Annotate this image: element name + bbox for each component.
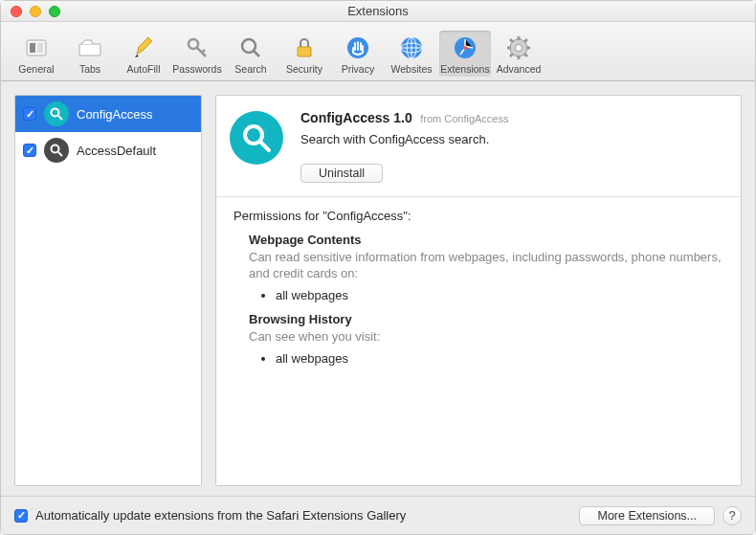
svg-rect-2 bbox=[37, 43, 43, 53]
svg-line-24 bbox=[524, 39, 527, 42]
sidebar-item-accessdefault[interactable]: AccessDefault bbox=[15, 132, 201, 168]
permission-browsing-history: Browsing History Can see when you visit:… bbox=[249, 312, 723, 366]
detail-header: ConfigAccess 1.0 from ConfigAccess Searc… bbox=[216, 96, 741, 197]
permission-webpage-contents: Webpage Contents Can read sensitive info… bbox=[249, 233, 723, 302]
permission-heading: Webpage Contents bbox=[249, 233, 723, 247]
permission-list: all webpages bbox=[276, 351, 723, 366]
permission-target: all webpages bbox=[276, 351, 723, 366]
tabs-icon bbox=[77, 34, 103, 61]
tab-general[interactable]: General bbox=[11, 31, 62, 77]
sidebar-item-label: ConfigAccess bbox=[77, 107, 152, 122]
tab-extensions[interactable]: Extensions bbox=[439, 31, 491, 77]
permission-heading: Browsing History bbox=[249, 312, 723, 326]
svg-rect-6 bbox=[298, 47, 311, 56]
permission-list: all webpages bbox=[276, 288, 723, 302]
extension-author: from ConfigAccess bbox=[420, 113, 508, 124]
preferences-toolbar: General Tabs AutoFill Passwords Search bbox=[1, 22, 755, 81]
tab-label: Advanced bbox=[497, 63, 542, 75]
tab-label: Security bbox=[286, 63, 322, 75]
tab-label: General bbox=[18, 63, 54, 75]
tab-label: Websites bbox=[391, 63, 433, 75]
auto-update-label: Automatically update extensions from the… bbox=[35, 508, 406, 523]
permissions-header: Permissions for "ConfigAccess": bbox=[233, 209, 723, 223]
tab-label: Search bbox=[234, 63, 266, 75]
pencil-icon bbox=[130, 34, 157, 61]
extension-description: Search with ConfigAccess search. bbox=[300, 132, 727, 146]
search-icon bbox=[237, 34, 264, 61]
tab-label: AutoFill bbox=[126, 63, 160, 75]
search-icon bbox=[44, 101, 69, 126]
search-icon bbox=[44, 138, 69, 163]
footer: Automatically update extensions from the… bbox=[1, 496, 755, 534]
svg-line-23 bbox=[510, 54, 513, 56]
extension-detail: ConfigAccess 1.0 from ConfigAccess Searc… bbox=[215, 95, 742, 486]
tab-websites[interactable]: Websites bbox=[386, 31, 437, 77]
svg-line-21 bbox=[510, 39, 513, 42]
tab-security[interactable]: Security bbox=[278, 31, 330, 77]
window-title: Extensions bbox=[1, 4, 755, 18]
tab-advanced[interactable]: Advanced bbox=[493, 31, 545, 77]
globe-icon bbox=[398, 34, 425, 61]
gear-icon bbox=[505, 34, 532, 61]
detail-meta: ConfigAccess 1.0 from ConfigAccess Searc… bbox=[300, 109, 727, 183]
enable-checkbox[interactable] bbox=[23, 144, 36, 157]
svg-rect-1 bbox=[30, 43, 35, 53]
svg-point-14 bbox=[463, 46, 467, 50]
svg-point-16 bbox=[516, 45, 523, 52]
content-area: ConfigAccess AccessDefault ConfigAccess … bbox=[1, 81, 755, 496]
tab-tabs[interactable]: Tabs bbox=[64, 31, 116, 77]
permissions-section: Permissions for "ConfigAccess": Webpage … bbox=[216, 197, 741, 383]
extension-title: ConfigAccess 1.0 bbox=[300, 110, 412, 125]
help-button[interactable]: ? bbox=[723, 506, 742, 525]
tab-label: Tabs bbox=[79, 63, 100, 75]
svg-point-25 bbox=[52, 109, 59, 117]
titlebar: Extensions bbox=[1, 1, 755, 22]
permission-target: all webpages bbox=[276, 288, 723, 302]
permission-description: Can read sensitive information from webp… bbox=[249, 250, 723, 282]
tab-label: Passwords bbox=[172, 63, 221, 75]
tab-privacy[interactable]: Privacy bbox=[332, 31, 384, 77]
uninstall-button[interactable]: Uninstall bbox=[300, 164, 383, 183]
svg-point-26 bbox=[52, 145, 59, 153]
extensions-list: ConfigAccess AccessDefault bbox=[14, 95, 202, 486]
svg-line-22 bbox=[524, 54, 527, 56]
more-extensions-button[interactable]: More Extensions... bbox=[579, 506, 715, 525]
tab-search[interactable]: Search bbox=[225, 31, 277, 77]
sidebar-item-label: AccessDefault bbox=[77, 144, 156, 158]
tab-passwords[interactable]: Passwords bbox=[171, 31, 223, 77]
sidebar-item-configaccess[interactable]: ConfigAccess bbox=[15, 96, 201, 132]
svg-point-5 bbox=[242, 39, 256, 53]
puzzle-icon bbox=[452, 34, 478, 61]
svg-rect-3 bbox=[79, 44, 100, 56]
auto-update-checkbox[interactable] bbox=[14, 509, 28, 523]
permission-description: Can see when you visit: bbox=[249, 329, 723, 346]
tab-label: Privacy bbox=[342, 63, 374, 75]
enable-checkbox[interactable] bbox=[23, 107, 36, 121]
preferences-window: Extensions General Tabs AutoFill Passwor… bbox=[0, 0, 756, 535]
search-icon bbox=[230, 111, 283, 165]
key-icon bbox=[184, 34, 211, 61]
switch-icon bbox=[23, 34, 50, 61]
hand-icon bbox=[345, 34, 371, 61]
tab-autofill[interactable]: AutoFill bbox=[118, 31, 169, 77]
tab-label: Extensions bbox=[440, 63, 489, 75]
lock-icon bbox=[291, 34, 318, 61]
